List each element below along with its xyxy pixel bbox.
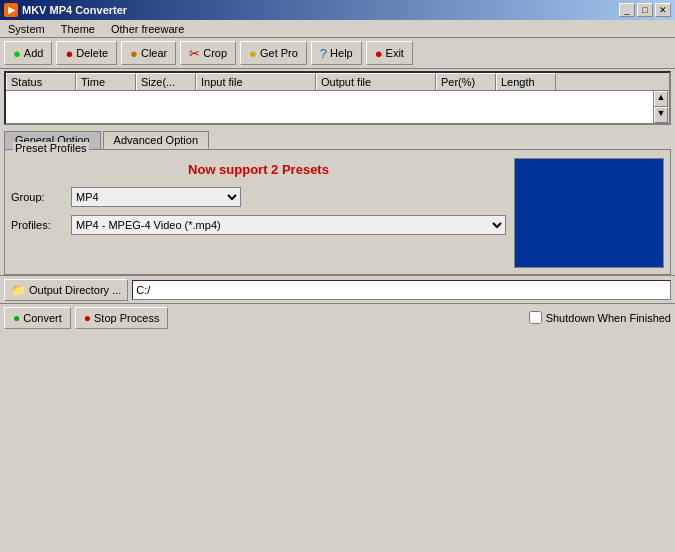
output-path-input[interactable] [132,280,671,300]
clear-icon: ● [130,46,138,61]
stop-process-button[interactable]: ● Stop Process [75,307,169,329]
convert-icon: ● [13,311,20,325]
title-bar-controls: _ □ ✕ [619,3,671,17]
convert-bar: ● Convert ● Stop Process Shutdown When F… [0,303,675,331]
help-button[interactable]: ? Help [311,41,362,65]
preset-support-text: Now support 2 Presets [11,162,506,177]
minimize-button[interactable]: _ [619,3,635,17]
tab-advanced-option[interactable]: Advanced Option [103,131,209,149]
menu-theme[interactable]: Theme [57,22,99,36]
file-list-header: Status Time Size(... Input file Output f… [6,73,669,91]
preview-box [514,158,664,268]
group-label: Group: [11,191,71,203]
menu-other-freeware[interactable]: Other freeware [107,22,188,36]
title-bar: ▶ MKV MP4 Converter _ □ ✕ [0,0,675,20]
col-per-header: Per(%) [436,73,496,90]
preset-profiles-panel: Preset Profiles Now support 2 Presets Gr… [4,149,671,275]
folder-icon: 📁 [11,283,26,297]
profiles-label: Profiles: [11,219,71,231]
preset-left: Now support 2 Presets Group: MP4 MKV AVI… [11,158,506,268]
maximize-button[interactable]: □ [637,3,653,17]
file-list-container: Status Time Size(... Input file Output f… [4,71,671,125]
toolbar: ● Add ● Delete ● Clear ✂ Crop ● Get Pro … [0,38,675,69]
help-icon: ? [320,46,327,61]
profiles-select[interactable]: MP4 - MPEG-4 Video (*.mp4) MP4 - H264 Vi… [71,215,506,235]
profiles-row: Profiles: MP4 - MPEG-4 Video (*.mp4) MP4… [11,215,506,235]
file-list-rows[interactable] [6,91,653,123]
col-length-header: Length [496,73,556,90]
delete-icon: ● [65,46,73,61]
bottom-panel: General Option Advanced Option Preset Pr… [0,127,675,275]
getpro-button[interactable]: ● Get Pro [240,41,307,65]
stop-icon: ● [84,311,91,325]
preset-inner: Now support 2 Presets Group: MP4 MKV AVI… [11,158,664,268]
scrollbar-down[interactable]: ▼ [654,107,668,123]
preset-profiles-label: Preset Profiles [13,142,89,154]
exit-icon: ● [375,46,383,61]
shutdown-checkbox[interactable] [529,311,542,324]
add-icon: ● [13,46,21,61]
crop-icon: ✂ [189,46,200,61]
crop-button[interactable]: ✂ Crop [180,41,236,65]
getpro-icon: ● [249,46,257,61]
group-select[interactable]: MP4 MKV AVI [71,187,241,207]
shutdown-area: Shutdown When Finished [529,311,671,324]
add-button[interactable]: ● Add [4,41,52,65]
file-list-body: ▲ ▼ [6,91,669,123]
output-bar: 📁 Output Directory ... [0,275,675,303]
col-size-header: Size(... [136,73,196,90]
menu-bar: System Theme Other freeware [0,20,675,38]
col-status-header: Status [6,73,76,90]
group-row: Group: MP4 MKV AVI [11,187,506,207]
app-icon: ▶ [4,3,18,17]
tabs: General Option Advanced Option [4,131,671,149]
close-button[interactable]: ✕ [655,3,671,17]
title-bar-left: ▶ MKV MP4 Converter [4,3,127,17]
scrollbar-up[interactable]: ▲ [654,91,668,107]
output-directory-button[interactable]: 📁 Output Directory ... [4,279,128,301]
title-bar-title: MKV MP4 Converter [22,4,127,16]
col-output-header: Output file [316,73,436,90]
shutdown-label: Shutdown When Finished [546,312,671,324]
scrollbar[interactable]: ▲ ▼ [653,91,669,123]
clear-button[interactable]: ● Clear [121,41,176,65]
convert-button[interactable]: ● Convert [4,307,71,329]
delete-button[interactable]: ● Delete [56,41,117,65]
exit-button[interactable]: ● Exit [366,41,413,65]
col-input-header: Input file [196,73,316,90]
col-time-header: Time [76,73,136,90]
menu-system[interactable]: System [4,22,49,36]
